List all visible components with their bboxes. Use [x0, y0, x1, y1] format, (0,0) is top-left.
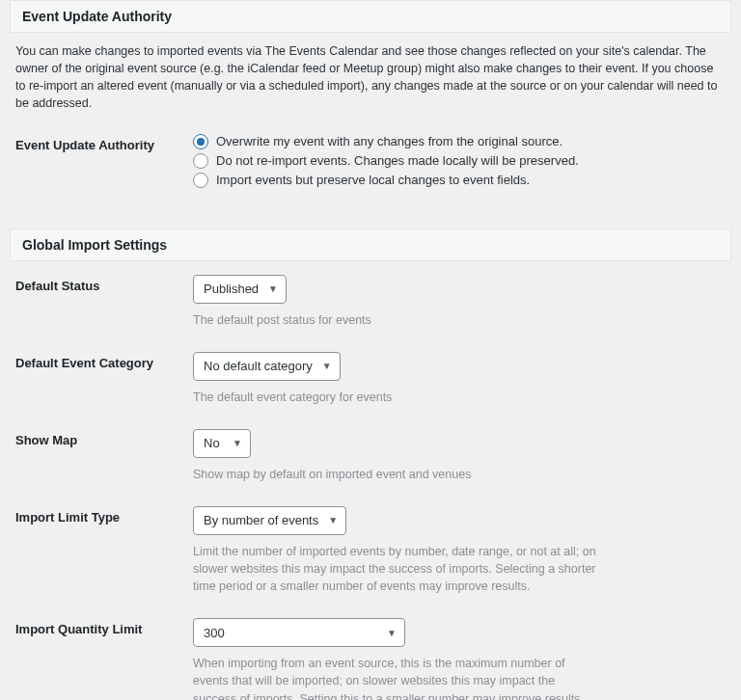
radio-label: Do not re-import events. Changes made lo…: [216, 153, 579, 168]
select-value: No default category: [204, 359, 313, 373]
select-value: Published: [204, 282, 259, 296]
chevron-down-icon: ▼: [387, 628, 397, 638]
radio-option-overwrite[interactable]: Overwrite my event with any changes from…: [193, 134, 722, 149]
select-import-limit-type[interactable]: By number of events ▼: [193, 506, 346, 535]
radio-icon: [193, 134, 208, 149]
chevron-down-icon: ▼: [268, 283, 278, 294]
field-label-authority: Event Update Authority: [10, 121, 193, 202]
section-header-global-import: Global Import Settings: [10, 229, 731, 261]
select-default-status[interactable]: Published ▼: [193, 275, 287, 304]
select-value: By number of events: [204, 513, 318, 527]
section-header-event-update-authority: Event Update Authority: [10, 0, 731, 33]
radio-label: Overwrite my event with any changes from…: [216, 134, 563, 148]
helper-text: The default post status for events: [193, 311, 598, 329]
field-label-import-quantity-limit: Import Quantity Limit: [10, 605, 193, 700]
section-title: Global Import Settings: [22, 237, 719, 253]
select-value: 300: [204, 626, 225, 640]
select-value: No: [204, 436, 220, 450]
helper-text: Show map by default on imported event an…: [193, 466, 598, 483]
field-label-show-map: Show Map: [10, 416, 193, 493]
section-intro: You can make changes to imported events …: [10, 33, 731, 121]
radio-label: Import events but preserve local changes…: [216, 173, 530, 187]
field-label-import-limit-type: Import Limit Type: [10, 493, 193, 605]
helper-text: When importing from an event source, thi…: [193, 655, 598, 700]
select-show-map[interactable]: No ▼: [193, 429, 251, 458]
chevron-down-icon: ▼: [233, 438, 242, 448]
field-label-default-category: Default Event Category: [10, 338, 193, 416]
chevron-down-icon: ▼: [328, 515, 338, 525]
helper-text: Limit the number of imported events by n…: [193, 543, 598, 595]
chevron-down-icon: ▼: [322, 361, 332, 371]
radio-option-do-not-reimport[interactable]: Do not re-import events. Changes made lo…: [193, 153, 722, 169]
radio-icon: [193, 153, 208, 169]
select-default-category[interactable]: No default category ▼: [193, 352, 341, 381]
section-title: Event Update Authority: [22, 9, 719, 24]
radio-option-preserve-local[interactable]: Import events but preserve local changes…: [193, 173, 722, 188]
field-label-default-status: Default Status: [10, 261, 193, 338]
select-import-quantity-limit[interactable]: 300 ▼: [193, 618, 405, 647]
helper-text: The default event category for events: [193, 389, 598, 406]
radio-icon: [193, 173, 208, 188]
